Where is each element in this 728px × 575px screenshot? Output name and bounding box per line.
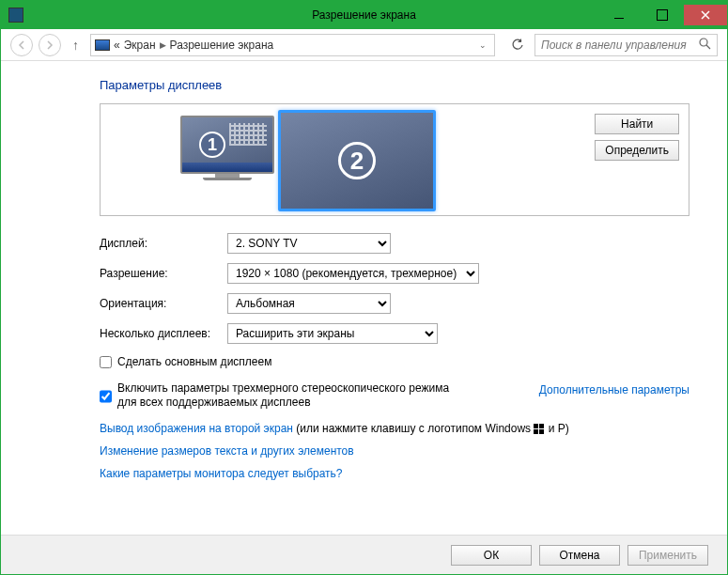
window-title: Разрешение экрана bbox=[312, 8, 416, 22]
breadcrumb[interactable]: « Экран ▶ Разрешение экрана ⌄ bbox=[90, 34, 495, 56]
forward-button[interactable] bbox=[39, 34, 61, 56]
up-button[interactable]: ↑ bbox=[72, 38, 79, 53]
navbar: ↑ « Экран ▶ Разрешение экрана ⌄ bbox=[1, 29, 727, 61]
titlebar: Разрешение экрана bbox=[1, 1, 727, 29]
enable-3d-checkbox[interactable] bbox=[100, 382, 112, 411]
search-icon[interactable] bbox=[699, 38, 711, 53]
maximize-button[interactable] bbox=[641, 5, 684, 25]
make-primary-checkbox[interactable] bbox=[100, 356, 112, 368]
search-input[interactable] bbox=[534, 34, 718, 56]
make-primary-label[interactable]: Сделать основным дисплеем bbox=[117, 355, 271, 370]
breadcrumb-prefix: « bbox=[114, 39, 120, 52]
display-label: Дисплей: bbox=[100, 237, 227, 250]
windows-logo-icon bbox=[534, 424, 545, 435]
project-link[interactable]: Вывод изображения на второй экран bbox=[100, 422, 293, 435]
dialog-footer: ОК Отмена Применить bbox=[1, 535, 727, 574]
cancel-button[interactable]: Отмена bbox=[539, 545, 620, 566]
monitor-2[interactable]: 2 bbox=[278, 110, 436, 211]
close-button[interactable] bbox=[684, 5, 727, 25]
resolution-label: Разрешение: bbox=[100, 267, 227, 280]
ok-button[interactable]: ОК bbox=[451, 545, 532, 566]
orientation-select[interactable]: Альбомная bbox=[227, 293, 391, 314]
detect-button[interactable]: Найти bbox=[595, 114, 679, 134]
enable-3d-label[interactable]: Включить параметры трехмерного стереоско… bbox=[117, 381, 456, 411]
monitor-1[interactable]: 1 bbox=[180, 116, 274, 180]
monitor-number: 1 bbox=[199, 132, 225, 158]
monitor-number: 2 bbox=[338, 142, 376, 179]
chevron-right-icon: ▶ bbox=[160, 40, 166, 50]
minimize-button[interactable] bbox=[597, 5, 641, 25]
text-size-link[interactable]: Изменение размеров текста и других элеме… bbox=[100, 444, 354, 458]
project-suffix: (или нажмите клавишу с логотипом Windows bbox=[293, 422, 534, 435]
multi-display-select[interactable]: Расширить эти экраны bbox=[227, 323, 438, 344]
orientation-label: Ориентация: bbox=[100, 297, 227, 310]
monitor-icon bbox=[95, 39, 110, 51]
multi-display-label: Несколько дисплеев: bbox=[100, 327, 227, 340]
search-field[interactable] bbox=[541, 39, 699, 52]
help-link[interactable]: Какие параметры монитора следует выбрать… bbox=[100, 467, 343, 480]
page-heading: Параметры дисплеев bbox=[100, 78, 689, 92]
apply-button[interactable]: Применить bbox=[627, 545, 708, 566]
chevron-down-icon[interactable]: ⌄ bbox=[475, 40, 490, 50]
identify-button[interactable]: Определить bbox=[595, 140, 679, 161]
breadcrumb-item[interactable]: Экран bbox=[124, 39, 156, 52]
refresh-button[interactable] bbox=[506, 34, 529, 56]
advanced-settings-link[interactable]: Дополнительные параметры bbox=[539, 383, 689, 396]
app-icon bbox=[8, 8, 23, 23]
display-preview: 1 2 Найти Определить bbox=[100, 103, 689, 216]
display-select[interactable]: 2. SONY TV bbox=[227, 233, 391, 254]
breadcrumb-item[interactable]: Разрешение экрана bbox=[170, 39, 274, 52]
project-suffix2: и P) bbox=[545, 422, 568, 435]
svg-point-0 bbox=[700, 39, 707, 46]
back-button[interactable] bbox=[10, 34, 33, 56]
resolution-select[interactable]: 1920 × 1080 (рекомендуется, трехмерное) bbox=[227, 263, 479, 284]
